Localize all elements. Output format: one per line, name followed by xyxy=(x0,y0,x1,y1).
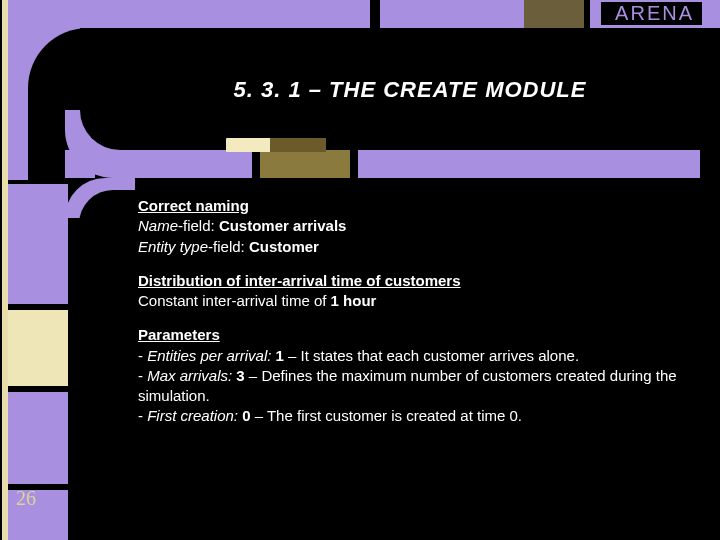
slide-title-box: 5. 3. 1 – THE CREATE MODULE xyxy=(140,60,680,120)
param-desc: – It states that each customer arrives a… xyxy=(284,347,579,364)
field-suffix: -field: xyxy=(178,217,219,234)
left-seg xyxy=(0,184,68,304)
topbar-accent xyxy=(524,0,584,28)
midbar-join xyxy=(65,150,95,178)
dist-text: Constant inter-arrival time of xyxy=(138,292,331,309)
section-distribution: Distribution of inter-arrival time of cu… xyxy=(138,271,692,312)
left-rail-thin xyxy=(2,0,8,540)
midbar-gap xyxy=(350,150,358,178)
topbar-gap xyxy=(584,0,590,28)
section-parameters: Parameters - Entities per arrival: 1 – I… xyxy=(138,325,692,426)
midbar-gap xyxy=(252,150,260,178)
lcars-frame: ARENA 5. 3. 1 – THE CREATE MODULE Correc… xyxy=(0,0,720,540)
param-value: 1 xyxy=(276,347,284,364)
left-seg xyxy=(0,392,68,484)
field-label: Name xyxy=(138,217,178,234)
left-rail-edge xyxy=(0,0,2,540)
param-value: 0 xyxy=(242,407,250,424)
left-seg-accent xyxy=(0,310,68,386)
midbar-accent xyxy=(260,150,350,178)
midbar xyxy=(120,150,720,178)
param-label: Max arrivals: xyxy=(147,367,232,384)
topbar-gap xyxy=(370,0,380,28)
midbar-gap xyxy=(700,150,720,178)
section-heading: Parameters xyxy=(138,326,220,343)
section-heading: Correct naming xyxy=(138,197,249,214)
section-naming: Correct naming Name-field: Customer arri… xyxy=(138,196,692,257)
brand-title: ARENA xyxy=(601,2,702,25)
field-suffix: -field: xyxy=(208,238,249,255)
field-label: Entity type xyxy=(138,238,208,255)
param-label: First creation: xyxy=(147,407,238,424)
param-value: 3 xyxy=(236,367,244,384)
slide-title: 5. 3. 1 – THE CREATE MODULE xyxy=(234,77,587,103)
field-value: Customer arrivals xyxy=(219,217,347,234)
param-desc: – The first customer is created at time … xyxy=(251,407,523,424)
param-label: Entities per arrival: xyxy=(147,347,271,364)
slide-content: Correct naming Name-field: Customer arri… xyxy=(138,196,692,526)
page-number: 26 xyxy=(16,487,36,510)
mid-tab-dark xyxy=(270,138,326,152)
field-value: Customer xyxy=(249,238,319,255)
dist-value: 1 hour xyxy=(331,292,377,309)
section-heading: Distribution of inter-arrival time of cu… xyxy=(138,272,461,289)
